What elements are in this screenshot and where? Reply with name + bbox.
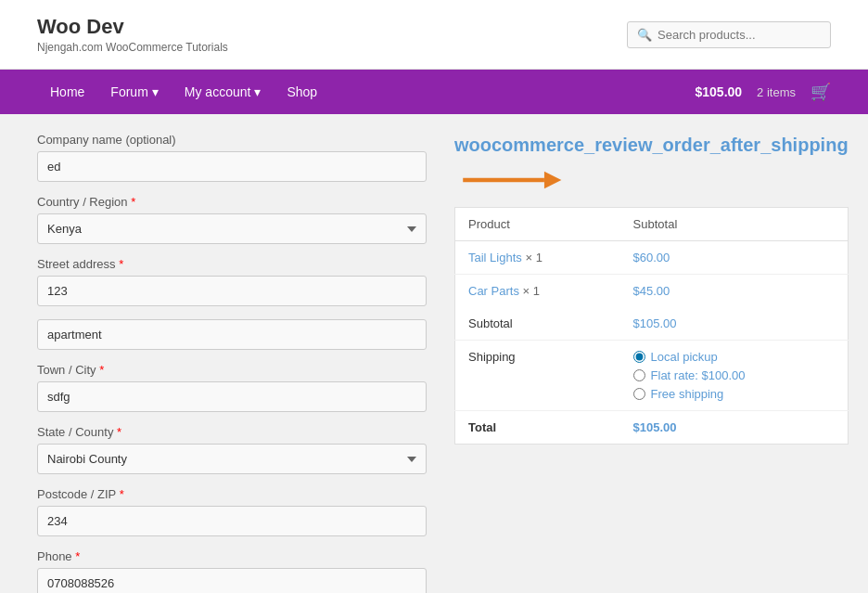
shipping-options-cell: Local pickup Flat rate: $100.00 Free shi…	[620, 341, 849, 411]
shipping-label: Shipping	[455, 341, 620, 411]
nav-home[interactable]: Home	[37, 70, 97, 114]
product-price: $45.00	[620, 275, 849, 308]
orange-arrow-graphic	[454, 166, 566, 194]
hook-label-container: woocommerce_review_order_after_shipping	[454, 133, 849, 194]
nav-shop[interactable]: Shop	[274, 70, 330, 114]
chevron-down-icon: ▾	[254, 84, 261, 99]
shipping-radio-0[interactable]	[633, 351, 645, 363]
state-label: State / County *	[37, 425, 427, 439]
shipping-option: Flat rate: $100.00	[633, 368, 835, 382]
cart-amount: $105.00	[695, 84, 742, 99]
nav-right: $105.00 2 items 🛒	[695, 82, 831, 102]
country-select[interactable]: Kenya	[37, 213, 427, 244]
town-label: Town / City *	[37, 363, 427, 377]
town-group: Town / City *	[37, 363, 427, 412]
product-column-header: Product	[455, 208, 620, 241]
cart-items-count: 2 items	[757, 85, 796, 99]
phone-group: Phone *	[37, 549, 427, 593]
site-header: Woo Dev Njengah.com WooCommerce Tutorial…	[0, 0, 868, 70]
table-row: Tail Lights × 1 $60.00	[455, 241, 849, 275]
shipping-option-label: Local pickup	[651, 350, 718, 364]
country-label: Country / Region *	[37, 195, 427, 209]
subtotal-row: Subtotal $105.00	[455, 307, 849, 341]
subtotal-value: $105.00	[620, 307, 849, 341]
shipping-option-label: Free shipping	[651, 387, 724, 401]
product-name: Car Parts × 1	[455, 275, 620, 308]
company-name-group: Company name (optional)	[37, 133, 427, 182]
site-tagline: Njengah.com WooCommerce Tutorials	[37, 41, 228, 54]
hook-label-text: woocommerce_review_order_after_shipping	[454, 133, 849, 157]
required-marker: *	[119, 257, 123, 271]
main-content: Company name (optional) Country / Region…	[0, 114, 868, 593]
shipping-radio-1[interactable]	[633, 369, 645, 381]
search-icon: 🔍	[637, 28, 652, 42]
total-row: Total $105.00	[455, 411, 849, 445]
apartment-group	[37, 319, 427, 350]
total-label: Total	[455, 411, 620, 445]
site-navigation: Home Forum ▾ My account ▾ Shop $105.00 2…	[0, 70, 868, 114]
postcode-group: Postcode / ZIP *	[37, 487, 427, 536]
chevron-down-icon: ▾	[152, 84, 159, 99]
shipping-radio-2[interactable]	[633, 388, 645, 400]
billing-form: Company name (optional) Country / Region…	[37, 133, 427, 593]
postcode-input[interactable]	[37, 506, 427, 536]
shipping-option-label: Flat rate: $100.00	[651, 368, 746, 382]
company-name-input[interactable]	[37, 151, 427, 182]
site-title: Woo Dev	[37, 15, 228, 39]
total-value: $105.00	[620, 411, 849, 445]
cart-icon[interactable]: 🛒	[811, 82, 831, 102]
required-marker: *	[120, 487, 124, 501]
company-name-label: Company name (optional)	[37, 133, 427, 147]
state-group: State / County * Nairobi County	[37, 425, 427, 474]
search-input[interactable]	[657, 28, 821, 42]
shipping-row: Shipping Local pickup Flat rate: $100.00…	[455, 341, 849, 411]
street-address-group: Street address *	[37, 257, 427, 306]
shipping-option: Free shipping	[633, 387, 835, 401]
search-box[interactable]: 🔍	[627, 21, 831, 48]
country-group: Country / Region * Kenya	[37, 195, 427, 244]
street-address-label: Street address *	[37, 257, 427, 271]
required-marker: *	[117, 425, 121, 439]
subtotal-label: Subtotal	[455, 307, 620, 341]
subtotal-column-header: Subtotal	[620, 208, 849, 241]
required-marker: *	[131, 195, 135, 209]
svg-marker-1	[544, 172, 561, 188]
shipping-option: Local pickup	[633, 350, 835, 364]
site-branding: Woo Dev Njengah.com WooCommerce Tutorial…	[37, 15, 228, 54]
order-review-section: woocommerce_review_order_after_shipping …	[454, 133, 849, 593]
order-table: Product Subtotal Tail Lights × 1 $60.00 …	[454, 207, 849, 445]
required-marker: *	[99, 363, 104, 377]
postcode-label: Postcode / ZIP *	[37, 487, 427, 501]
apartment-input[interactable]	[37, 319, 427, 350]
product-name: Tail Lights × 1	[455, 241, 620, 275]
phone-label: Phone *	[37, 549, 427, 563]
table-row: Car Parts × 1 $45.00	[455, 275, 849, 308]
street-address-input[interactable]	[37, 276, 427, 306]
required-marker: *	[75, 549, 80, 563]
nav-forum[interactable]: Forum ▾	[97, 70, 171, 114]
state-select[interactable]: Nairobi County	[37, 444, 427, 474]
nav-my-account[interactable]: My account ▾	[172, 70, 274, 114]
product-price: $60.00	[620, 241, 849, 275]
nav-left: Home Forum ▾ My account ▾ Shop	[37, 70, 330, 114]
phone-input[interactable]	[37, 568, 427, 593]
town-input[interactable]	[37, 381, 427, 412]
